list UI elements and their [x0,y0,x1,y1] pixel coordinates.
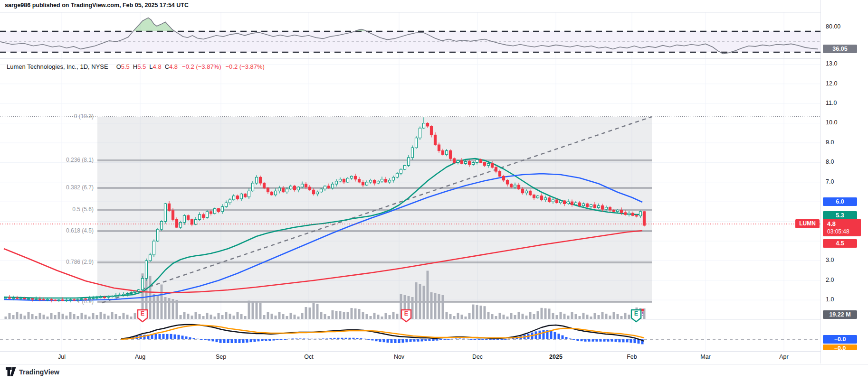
ohlc-key: H [133,63,137,70]
ma-value-badge: 6.0 [823,197,857,206]
time-axis-label: 2025 [549,354,563,360]
time-axis-label: Sep [216,354,226,360]
price-line-symbol-chip: LUMN [795,219,820,228]
change-ext-value: −0.2 (−3.87%) [226,63,265,70]
rsi-value-badge: 36.05 [823,45,857,53]
price-axis-tick: 11.0 [826,100,837,106]
tradingview-logo-text: TradingView [19,368,59,376]
ohlc-value: 5.5 [137,63,146,70]
upcoming-earnings-marker-icon[interactable]: E [630,308,646,324]
time-axis-label: Jul [58,354,66,360]
price-axis-tick: 12.0 [826,80,837,87]
price-axis-tick: 8.0 [826,158,834,165]
fib-level-label: 0.786 (2.9) [19,259,94,265]
fib-level-label: 0.236 (8.1) [19,157,94,163]
time-axis-label: Oct [304,354,313,360]
time-axis-label: Nov [394,354,404,360]
fib-level-label: 0.618 (4.5) [19,227,94,234]
last-price-badge: 4.8 03:05:48 [823,219,861,236]
price-axis-tick: 10.0 [826,119,837,126]
time-axis-label: Aug [135,354,145,360]
tradingview-published-chart: sarge986 published on TradingView.com, F… [0,0,868,382]
ohlc-value: 4.8 [153,63,162,70]
time-axis-label: Feb [627,354,637,360]
last-price-value: 4.8 [823,220,861,228]
price-axis-tick: 13.0 [826,60,837,67]
macd-hist-badge: −0.0 [823,335,857,344]
price-axis-tick: 7.0 [826,178,834,185]
price-axis-tick: 9.0 [826,139,834,146]
session-countdown: 03:05:48 [823,228,861,235]
price-axis-tick: 1.0 [826,296,834,303]
fib-level-label: 1 (0.9) [19,298,94,305]
tradingview-logo-icon [6,367,16,376]
fib-level-label: 0 (10.3) [19,113,94,120]
chart-plot-area[interactable] [0,0,820,351]
symbol-title: Lumen Technologies, Inc., 1D, NYSE [7,63,108,70]
price-axis-tick: 2.0 [826,277,834,283]
fib-level-label: 0.5 (5.6) [19,206,94,213]
symbol-info-line[interactable]: Lumen Technologies, Inc., 1D, NYSEO5.5H5… [7,63,265,70]
earnings-marker-icon[interactable]: E [136,308,152,324]
time-axis-label: Dec [472,354,483,360]
volume-value-badge: 19.22 M [823,310,857,319]
ohlc-key: C [165,63,169,70]
ohlc-key: O [116,63,121,70]
rsi-axis-tick: 80.00 [826,23,840,30]
macd-signal-badge: −0.0 [823,345,857,350]
ohlc-value: 4.8 [169,63,178,70]
price-axis-tick: 3.0 [826,257,834,263]
ohlc-value: 5.5 [121,63,130,70]
time-axis[interactable] [0,351,868,364]
ohlc-key: L [149,63,153,70]
earnings-marker-icon[interactable]: E [400,308,416,324]
price-axis[interactable]: 80.00 36.05 13.012.011.010.09.08.07.03.0… [820,0,868,363]
time-axis-label: Mar [700,354,711,360]
time-axis-label: Apr [779,354,788,360]
change-value: −0.2 (−3.87%) [182,63,221,70]
fib-level-label: 0.382 (6.7) [19,184,94,191]
ma-value-badge: 4.5 [823,239,857,248]
bottom-bar [0,364,868,382]
tradingview-logo[interactable]: TradingView [6,367,59,376]
